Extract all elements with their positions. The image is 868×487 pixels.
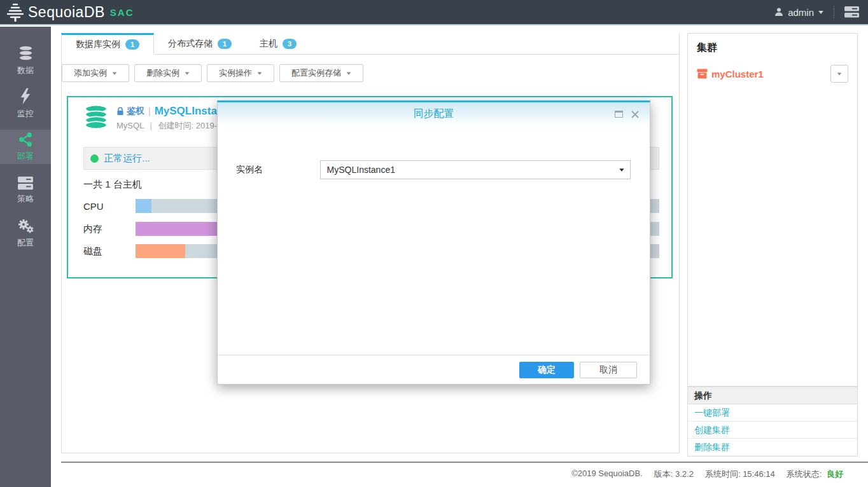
instance-name-label: 实例名 [236,164,320,175]
tab-count-badge: 1 [125,39,139,50]
user-name: admin [788,7,814,18]
user-menu[interactable]: admin [774,7,823,18]
sidebar-item-strategy[interactable]: 策略 [0,173,51,207]
auth-link[interactable]: 鉴权 [127,106,144,117]
separator: | [148,106,151,116]
sidebar-item-label: 部署 [17,151,34,162]
button-label: 配置实例存储 [291,67,341,79]
tab-label: 分布式存储 [168,38,213,50]
brand-suffix: SAC [110,7,134,18]
sidebar-item-label: 数据 [17,65,34,76]
chevron-down-icon [185,72,190,74]
system-status-value: 良好 [827,469,843,479]
chevron-down-icon [619,168,624,172]
configure-instance-storage-button[interactable]: 配置实例存储 [279,64,363,82]
brand-name: SequoiaDB [28,4,105,21]
cancel-button[interactable]: 取消 [580,362,637,378]
meter-label: 磁盘 [83,245,136,257]
lock-icon [116,107,124,116]
instance-name-select[interactable]: MySQLInstance1 [320,160,631,179]
instance-name-form-row: 实例名 MySQLInstance1 [236,160,631,179]
modal-title: 同步配置 [218,102,650,125]
separator: | [150,121,151,130]
instance-toolbar: 添加实例 删除实例 实例操作 配置实例存储 [62,64,679,82]
maximize-icon[interactable] [615,111,623,118]
header-divider [834,6,834,18]
version-label: 版本: [654,469,673,479]
cluster-panel: 集群 myCluster1 [687,33,858,387]
share-icon [17,132,34,147]
cluster-name: myCluster1 [711,69,764,79]
ok-button[interactable]: 确定 [519,362,574,378]
page-footer: ©2019 SequoiaDB. 版本: 3.2.2 系统时间: 15:46:1… [571,469,843,480]
delete-instance-button[interactable]: 删除实例 [134,64,202,82]
footer-divider [61,462,868,463]
close-icon[interactable] [631,110,640,119]
operations-panel-title: 操作 [688,387,857,404]
one-click-deploy-link[interactable]: 一键部署 [688,404,857,422]
instance-operations-button[interactable]: 实例操作 [207,64,274,82]
tab-count-badge: 3 [283,39,297,49]
status-dot-icon [90,154,99,163]
modal-footer: 确定 取消 [218,355,650,384]
button-label: 删除实例 [146,67,179,79]
system-time-value: 15:46:14 [743,469,775,479]
create-cluster-link[interactable]: 创建集群 [688,422,857,439]
database-icon [83,105,109,132]
chevron-down-icon [113,72,117,74]
delete-cluster-link[interactable]: 删除集群 [688,439,857,456]
sidebar-item-label: 配置 [17,237,34,249]
operations-panel: 操作 一键部署 创建集群 删除集群 [687,387,858,456]
instance-created-time: 创建时间: 2019-0 [158,121,222,130]
version-value: 3.2.2 [675,469,694,479]
status-text: 正常运行... [104,153,150,165]
meter-label: CPU [83,201,136,212]
lightning-icon [18,88,32,105]
disk-meter-fill [136,244,185,258]
system-status-text: 系统状态: 良好 [787,469,843,480]
cpu-meter-fill [136,199,151,213]
copyright-text: ©2019 SequoiaDB. [571,469,643,480]
sidebar-item-deploy[interactable]: 部署 [0,130,51,164]
chevron-down-icon [818,11,823,14]
gears-icon [17,218,34,234]
modal-body: 实例名 MySQLInstance1 [218,126,650,357]
system-status-label: 系统状态: [787,469,822,479]
select-value: MySQLInstance1 [327,165,395,175]
modal-header: 同步配置 [218,102,650,126]
sidebar-item-config[interactable]: 配置 [0,216,51,250]
version-text: 版本: 3.2.2 [654,469,694,480]
sidebar-item-data[interactable]: 数据 [0,43,51,78]
tab-count-badge: 1 [218,39,232,49]
cluster-link[interactable]: myCluster1 [697,69,764,79]
brand-logo[interactable]: SequoiaDB SAC [5,2,134,22]
instance-type: MySQL [116,121,144,130]
cluster-row: myCluster1 [697,65,848,83]
server-icon [17,176,34,190]
sidebar-item-monitor[interactable]: 监控 [0,86,51,121]
tab-database-instances[interactable]: 数据库实例 1 [61,33,154,55]
tab-distributed-storage[interactable]: 分布式存储 1 [154,33,246,54]
chevron-down-icon [258,72,262,74]
database-icon [17,45,34,62]
sequoia-tree-icon [5,2,25,22]
chevron-down-icon [837,72,841,75]
cluster-panel-title: 集群 [697,41,848,55]
button-label: 添加实例 [74,67,107,79]
tab-label: 主机 [260,38,277,50]
host-summary: 一共 1 台主机 [83,179,142,191]
user-icon [774,7,784,17]
chevron-down-icon [347,72,351,74]
top-header: SequoiaDB SAC admin [0,0,868,25]
meter-label: 内存 [83,223,136,235]
cluster-dropdown-button[interactable] [830,65,848,83]
tab-label: 数据库实例 [76,39,120,50]
add-instance-button[interactable]: 添加实例 [62,64,129,82]
system-time-text: 系统时间: 15:46:14 [705,469,775,480]
sidebar-item-label: 监控 [17,108,34,120]
sidebar-item-label: 策略 [17,193,34,205]
host-list-icon[interactable] [844,6,859,18]
button-label: 实例操作 [219,67,252,79]
tab-hosts[interactable]: 主机 3 [246,33,311,54]
tab-bar: 数据库实例 1 分布式存储 1 主机 3 [62,33,679,55]
